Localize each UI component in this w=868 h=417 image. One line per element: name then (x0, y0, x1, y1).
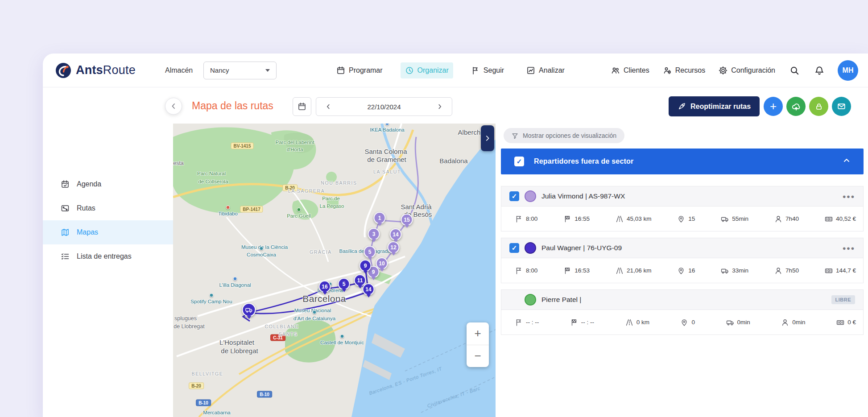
stat-value: 21,06 km (627, 267, 652, 274)
map-label: Sant Adrià (401, 203, 431, 211)
stat-distance: 0 km (625, 318, 649, 326)
driver-menu-button[interactable]: ••• (843, 192, 855, 201)
routes-map[interactable]: BV-1415B-20BP-1417C-31B-20B-10B-10 Alber… (173, 124, 496, 417)
status-badge: LIBRE (831, 295, 856, 304)
chart-icon (526, 66, 535, 75)
map-poi-icon (297, 208, 301, 212)
nav-programar[interactable]: Programar (332, 62, 387, 78)
sidebar-item-rutas[interactable]: Rutas (43, 196, 173, 220)
calendar-check-icon (61, 180, 70, 189)
expand-panel-button[interactable] (481, 125, 494, 151)
sidebar-item-mapas[interactable]: Mapas (43, 220, 173, 244)
map-label: de Collserola (198, 179, 228, 184)
envelope-icon (837, 102, 846, 111)
user-avatar[interactable]: MH (838, 60, 858, 81)
driver-card: Pierre Patel | LIBRE -- : -- -- : -- 0 k… (501, 289, 864, 335)
stat-value: 0 km (637, 319, 649, 326)
sidebar-item-label: Mapas (77, 228, 98, 236)
driver-stats: -- : -- -- : -- 0 km 0 0min 0min 0 € (501, 310, 864, 335)
driver-menu-button[interactable]: ••• (843, 244, 855, 253)
email-button[interactable] (832, 97, 851, 116)
drivers-group-header[interactable]: ✓ Repartidores fuera de sector (501, 149, 864, 174)
people-icon (611, 66, 620, 75)
driver-checkbox[interactable]: ✓ (509, 243, 519, 253)
chevron-right-icon (437, 103, 443, 110)
route-stop-marker[interactable]: 9 (360, 260, 372, 272)
route-stop-marker[interactable]: 14 (390, 228, 402, 240)
group-checkbox[interactable]: ✓ (514, 157, 524, 166)
previous-day-button[interactable] (322, 101, 334, 112)
nav-label: Organizar (417, 66, 449, 74)
lock-icon (814, 102, 823, 111)
route-card-icon (61, 204, 70, 213)
driver-header[interactable]: ✓ Paul Wagner | 76-UYG-09 ••• (501, 238, 864, 258)
add-button[interactable]: + (764, 97, 783, 116)
driver-checkbox[interactable]: ✓ (509, 191, 519, 201)
driver-stats: 8:00 16:55 45,03 km 15 55min 7h40 40,52 … (501, 206, 864, 231)
driver-header[interactable]: ✓ Julia Virmond | AS-987-WX ••• (501, 186, 864, 206)
nav-configuracion[interactable]: Configuración (718, 64, 776, 77)
notifications-button[interactable] (813, 64, 826, 77)
route-stop-marker[interactable]: 12 (388, 241, 400, 253)
route-stop-marker[interactable]: 5 (338, 278, 350, 290)
map-label: d'Horta (287, 147, 303, 152)
route-stop-marker[interactable]: 5 (364, 246, 376, 258)
lock-button[interactable] (809, 97, 828, 116)
route-stop-marker[interactable]: 1 (374, 212, 386, 224)
flag-icon (471, 66, 480, 75)
next-day-button[interactable] (434, 101, 446, 112)
nav-organizar[interactable]: Organizar (401, 62, 453, 78)
map-label: de Gramenet (367, 156, 406, 163)
warehouse-label: Almacén (165, 66, 193, 74)
nav-clientes[interactable]: Clientes (610, 64, 650, 77)
nav-label: Seguir (484, 66, 504, 74)
search-button[interactable] (788, 64, 801, 77)
display-options-button[interactable]: Mostrar opciones de visualización (504, 128, 624, 143)
route-stop-marker[interactable]: 14 (363, 283, 375, 295)
route-stop-marker[interactable]: 3 (368, 228, 380, 240)
driver-color-dot (525, 190, 536, 202)
nav-analizar[interactable]: Analizar (522, 62, 569, 78)
sidebar-item-label: Rutas (77, 204, 95, 212)
stat-total-time: 0min (781, 318, 805, 326)
sidebar-item-lista-entregas[interactable]: Lista de entregas (43, 244, 173, 268)
zoom-out-button[interactable]: − (467, 345, 489, 367)
main-nav: Programar Organizar Seguir Analizar (332, 62, 569, 78)
map-label: Spotify Camp Nou (190, 299, 232, 304)
driver-header[interactable]: Pierre Patel | LIBRE (501, 289, 864, 310)
map-label: IKEA Badalona (370, 127, 404, 132)
calendar-picker-button[interactable] (293, 97, 311, 116)
route-stop-marker[interactable]: 16 (319, 281, 331, 293)
warehouse-select[interactable]: Nancy (203, 62, 277, 79)
map-label: Parc Güell (287, 213, 311, 219)
date-navigator: 22/10/2024 (316, 97, 452, 116)
search-icon (789, 66, 799, 75)
route-stop-marker[interactable]: 15 (401, 214, 413, 226)
reoptimize-routes-button[interactable]: Reoptimizar rutas (669, 96, 760, 116)
nav-recursos[interactable]: Recursos (662, 64, 707, 77)
calendar-icon (298, 102, 306, 111)
funnel-icon (512, 132, 518, 139)
driver-name: Paul Wagner | 76-UYG-09 (541, 244, 622, 252)
cloud-upload-button[interactable] (786, 97, 806, 116)
sidebar-item-agenda[interactable]: Agenda (43, 172, 173, 196)
road-badge: B-10 (196, 400, 211, 406)
zoom-in-button[interactable]: + (467, 322, 489, 345)
stat-value: 45,03 km (627, 215, 652, 222)
nav-seguir[interactable]: Seguir (467, 62, 508, 78)
chevron-left-icon (325, 103, 331, 110)
van-icon (245, 306, 253, 314)
map-poi-icon (340, 334, 344, 339)
map-poi-icon (260, 247, 264, 251)
map-label: LA SALUT (373, 169, 401, 174)
driver-color-dot (525, 242, 536, 254)
vehicle-marker[interactable] (242, 303, 256, 317)
driver-card: ✓ Paul Wagner | 76-UYG-09 ••• 8:00 16:53… (501, 238, 864, 283)
current-date[interactable]: 22/10/2024 (367, 103, 401, 111)
collapse-sidebar-button[interactable] (165, 98, 182, 115)
nav-label: Programar (349, 66, 383, 74)
map-label: La Pegaso (320, 203, 344, 209)
map-label: esta (173, 160, 184, 166)
chevron-up-icon[interactable] (843, 157, 850, 166)
stat-value: 0 (691, 319, 695, 326)
